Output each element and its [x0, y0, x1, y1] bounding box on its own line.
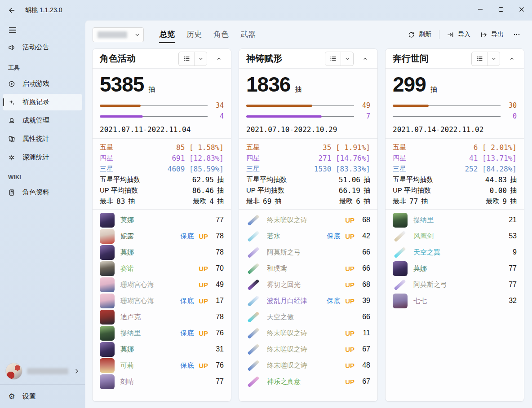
star-label[interactable]: 三星	[100, 165, 113, 173]
gacha-item-row[interactable]: 提纳里 保底 UP 76	[100, 325, 224, 341]
list-view-button[interactable]	[325, 52, 341, 66]
guarantee-badge: 保底	[180, 329, 194, 338]
more-button[interactable]	[509, 28, 525, 41]
app-title: 胡桃 1.1.23.0	[25, 6, 62, 14]
card-header: 角色活动	[93, 49, 231, 69]
sidebar-item-launch-game[interactable]: 启动游戏	[3, 75, 82, 92]
list-view-button[interactable]	[179, 52, 194, 66]
uid-selector[interactable]	[93, 27, 144, 42]
item-avatar	[246, 229, 261, 244]
best-unit: 抽	[364, 197, 370, 206]
weapon-art	[248, 230, 260, 241]
item-name: 若水	[267, 232, 280, 241]
card-title: 奔行世间	[393, 53, 471, 65]
sidebar-item-abyss-stats[interactable]: 深渊统计	[3, 149, 82, 166]
item-pull-count: 78	[213, 232, 224, 240]
average-value: 44.83	[485, 175, 507, 184]
list-mode-dropdown[interactable]	[341, 52, 353, 66]
list-icon	[183, 55, 190, 62]
tab-overview[interactable]: 总览	[155, 26, 179, 44]
back-button[interactable]	[4, 4, 19, 17]
main-content: 总览 历史 角色 武器 刷新 导入 导出	[85, 20, 532, 408]
pity5-progress: 49	[246, 100, 370, 111]
list-mode-dropdown[interactable]	[195, 52, 207, 66]
gacha-item-row[interactable]: 阿莫斯之弓 66	[246, 244, 370, 260]
gacha-item-row[interactable]: 七七 32	[393, 293, 517, 309]
gacha-item-row[interactable]: 雾切之回光 UP 68	[246, 276, 370, 293]
card-summary: 5385 抽 34 4 2021.07.11-2022.11.04	[93, 69, 231, 138]
list-view-button[interactable]	[472, 52, 487, 66]
item-avatar	[246, 261, 261, 276]
list-mode-dropdown[interactable]	[488, 52, 500, 66]
star-stat-row: 三星 252 [84.28%]	[393, 163, 517, 174]
gacha-item-row[interactable]: 莫娜 77	[100, 212, 224, 228]
gacha-item-row[interactable]: 天空之傲 66	[246, 309, 370, 325]
gacha-item-row[interactable]: 莫娜 78	[100, 244, 224, 260]
sidebar-item-character-wiki[interactable]: 角色资料	[3, 184, 82, 201]
gacha-item-row[interactable]: 和璞鸢 UP 66	[246, 260, 370, 276]
gacha-item-row[interactable]: 终末嗟叹之诗 UP 11	[246, 325, 370, 341]
average-value: 62.95	[192, 175, 214, 184]
close-button[interactable]	[511, 0, 532, 19]
gacha-item-row[interactable]: 风鹰剑 53	[393, 228, 517, 244]
export-button[interactable]: 导出	[475, 27, 509, 42]
best-value: 9	[502, 197, 507, 206]
gacha-item-row[interactable]: 提纳里 21	[393, 212, 517, 228]
item-avatar	[100, 326, 115, 341]
sidebar-item-avatar-stats[interactable]: 属性统计	[3, 131, 82, 147]
gacha-item-row[interactable]: 莫娜 77	[393, 260, 517, 276]
star-label[interactable]: 四星	[246, 154, 260, 162]
gacha-item-row[interactable]: 若水 保底 UP 42	[246, 228, 370, 244]
gacha-item-row[interactable]: 终末嗟叹之诗 UP 48	[246, 357, 370, 373]
weapon-art	[394, 279, 406, 290]
sidebar-item-label: 启动游戏	[22, 79, 49, 88]
maximize-button[interactable]	[491, 0, 511, 19]
star-label[interactable]: 五星	[393, 143, 406, 152]
collapse-card-button[interactable]	[211, 52, 226, 66]
gacha-item-row[interactable]: 妮露 保底 UP 78	[100, 228, 224, 244]
gacha-item-row[interactable]: 刻晴 77	[100, 373, 224, 390]
gacha-item-row[interactable]: 莫娜 31	[100, 341, 224, 357]
refresh-button[interactable]: 刷新	[403, 27, 436, 42]
sidebar-item-wish-records[interactable]: 祈愿记录	[3, 94, 82, 110]
gacha-item-row[interactable]: 珊瑚宫心海 保底 UP 17	[100, 293, 224, 309]
average-stat-row: UP 平均抽数 0.00 抽	[393, 185, 517, 196]
average-label: 五星平均抽数	[246, 175, 287, 184]
sidebar-item-achievements[interactable]: 成就管理	[3, 112, 82, 129]
star-label[interactable]: 三星	[246, 165, 260, 173]
gacha-item-row[interactable]: 迪卢克 78	[100, 309, 224, 325]
user-account-row[interactable]	[0, 359, 85, 384]
sidebar-item-settings[interactable]: ⚙ 设置	[0, 385, 85, 408]
list-mode-split-button	[325, 52, 354, 66]
gacha-item-row[interactable]: 赛诺 UP 70	[100, 260, 224, 276]
tab-character[interactable]: 角色	[209, 26, 233, 44]
weapon-art	[248, 343, 260, 355]
gacha-item-row[interactable]: 阿莫斯之弓 77	[393, 276, 517, 293]
import-button[interactable]: 导入	[442, 27, 475, 42]
nav-toggle-button[interactable]	[4, 23, 21, 37]
star-label[interactable]: 五星	[246, 143, 260, 152]
tab-weapon[interactable]: 武器	[236, 26, 260, 44]
star-label[interactable]: 三星	[393, 165, 406, 173]
average-label: UP 平均抽数	[393, 186, 431, 195]
gacha-item-row[interactable]: 可莉 保底 UP 76	[100, 357, 224, 373]
collapse-card-button[interactable]	[358, 52, 373, 66]
collapse-card-button[interactable]	[504, 52, 519, 66]
star-label[interactable]: 五星	[100, 143, 113, 152]
sidebar-section-wiki: WIKI	[0, 167, 85, 183]
minimize-button[interactable]	[470, 0, 491, 19]
gacha-item-row[interactable]: 终末嗟叹之诗 UP 68	[246, 212, 370, 228]
banner-card: 角色活动 5385 抽 34	[92, 48, 231, 402]
item-name: 天空之翼	[413, 248, 440, 257]
tab-history[interactable]: 历史	[182, 26, 206, 44]
gacha-item-row[interactable]: 终末嗟叹之诗 UP 67	[246, 341, 370, 357]
gacha-item-row[interactable]: 珊瑚宫心海 UP 49	[100, 276, 224, 293]
item-name: 珊瑚宫心海	[120, 297, 154, 305]
gacha-item-row[interactable]: 天空之翼 9	[393, 244, 517, 260]
star-label[interactable]: 四星	[100, 154, 113, 162]
star-label[interactable]: 四星	[393, 154, 406, 162]
average-stat-row: UP 平均抽数 86.46 抽	[100, 185, 224, 196]
sidebar-item-announcements[interactable]: 活动公告	[3, 39, 82, 56]
gacha-item-row[interactable]: 波乱月白经津 保底 UP 39	[246, 293, 370, 309]
gacha-item-row[interactable]: 神乐之真意 UP 67	[246, 373, 370, 390]
